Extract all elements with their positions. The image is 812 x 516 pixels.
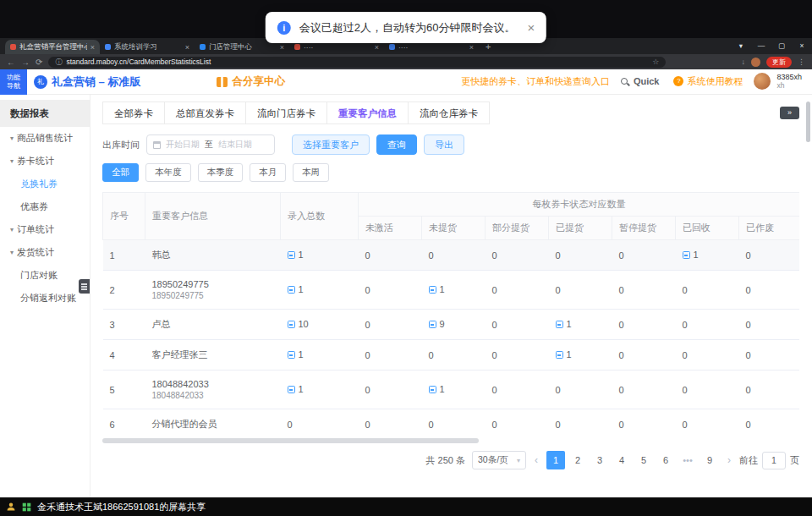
table-row[interactable]: 3卢总100901000: [103, 310, 800, 340]
close-icon[interactable]: ×: [527, 20, 535, 35]
page-button[interactable]: 5: [634, 451, 653, 469]
select-important-customer-button[interactable]: 选择重要客户: [292, 134, 370, 155]
sidebar-item-distribution-rebate-reconciliation[interactable]: 分销返利对账: [0, 287, 90, 310]
goto-page-input[interactable]: [762, 452, 786, 469]
page-button[interactable]: 4: [612, 451, 631, 469]
count-value: 0: [365, 320, 370, 330]
sidebar-item-label: 券卡统计: [17, 155, 54, 167]
sidebar-item-exchange-gift-coupon[interactable]: 兑换礼券: [0, 173, 90, 195]
quick-filter-this-quarter[interactable]: 本季度: [198, 163, 244, 182]
share-center-link[interactable]: 合分享中心: [217, 74, 285, 89]
user-name-block[interactable]: 8385xh xh: [776, 73, 802, 90]
tab-store-flow-cards[interactable]: 流向门店券卡: [245, 102, 327, 124]
window-close-button[interactable]: ×: [792, 38, 812, 54]
sidebar-item-shipping-stats[interactable]: ▾发货统计: [0, 241, 90, 264]
nav-toggle-line1: 功能: [7, 74, 20, 82]
page-button[interactable]: 6: [656, 451, 675, 469]
quick-filter-all[interactable]: 全部: [102, 163, 139, 182]
minimize-button[interactable]: —: [751, 38, 771, 54]
function-nav-button[interactable]: 功能 导航: [0, 69, 27, 95]
tab-favicon-icon: [389, 44, 395, 50]
table-row[interactable]: 1韩总10000010: [103, 240, 800, 271]
quick-filter-this-week[interactable]: 本周: [293, 163, 329, 182]
tab-close-icon[interactable]: ×: [185, 43, 189, 52]
tab-all-cards[interactable]: 全部券卡: [102, 102, 165, 124]
search-icon[interactable]: [621, 78, 628, 85]
page-button[interactable]: 9: [700, 451, 719, 469]
collapse-panel-button[interactable]: »: [780, 107, 799, 119]
count-value: 0: [288, 420, 293, 430]
date-to-label: 至: [205, 139, 213, 151]
count-value: 0: [492, 350, 497, 360]
page-button[interactable]: 1: [546, 451, 565, 469]
count-link[interactable]: 9: [429, 319, 445, 329]
page-button[interactable]: 2: [568, 451, 587, 469]
table-row[interactable]: 4客户经理张三10001000: [103, 340, 800, 371]
card-count-icon: [288, 286, 295, 294]
reload-icon[interactable]: ⟳: [36, 58, 42, 67]
export-button[interactable]: 导出: [424, 134, 464, 155]
count-link[interactable]: 1: [429, 384, 445, 394]
tab-close-icon[interactable]: ×: [91, 43, 95, 52]
next-page-button[interactable]: ›: [726, 454, 732, 466]
count-link[interactable]: 1: [288, 349, 304, 360]
tab-important-customer-info[interactable]: 重要客户信息: [326, 102, 409, 124]
user-avatar[interactable]: [754, 73, 771, 90]
bookmark-star-icon[interactable]: ☆: [652, 58, 659, 66]
tab-close-icon[interactable]: ×: [469, 43, 474, 52]
count-value: 1: [694, 250, 699, 260]
tab-close-icon[interactable]: ×: [375, 43, 379, 52]
page-size-select[interactable]: 30条/页 ▾: [472, 451, 526, 469]
tab-close-icon[interactable]: ×: [280, 43, 284, 52]
count-value: 1: [567, 349, 572, 360]
quick-filter-this-month[interactable]: 本月: [250, 163, 286, 182]
count-value: 0: [429, 250, 434, 261]
forward-icon[interactable]: →: [21, 58, 30, 67]
sidebar-item-store-reconciliation[interactable]: 门店对账: [0, 264, 90, 287]
tutorial-link[interactable]: ? 系统使用教程: [673, 75, 743, 88]
screen: i 会议已超过2人，自动转为60分钟限时会议。 × 礼盒营销平台管理中心×系统培…: [0, 0, 812, 516]
count-link[interactable]: 1: [556, 349, 572, 360]
download-icon[interactable]: ↓: [742, 58, 746, 66]
sidebar-toggle[interactable]: [79, 279, 90, 294]
tab-title: ····: [398, 43, 466, 52]
date-range-picker[interactable]: 开始日期 至 结束日期: [146, 134, 275, 155]
count-link[interactable]: 1: [429, 284, 445, 294]
sidebar-item-card-stats[interactable]: ▾券卡统计: [0, 150, 90, 173]
browser-tab[interactable]: 系统培训学习×: [100, 40, 195, 54]
sidebar-item-coupon[interactable]: 优惠券: [0, 195, 90, 218]
prev-page-button[interactable]: ‹: [533, 454, 540, 466]
site-info-icon[interactable]: ⓘ: [55, 58, 62, 67]
table-row[interactable]: 2189502497751895024977510100000: [103, 271, 800, 310]
update-button[interactable]: 更新: [766, 57, 792, 68]
tab-warehouse-flow-cards[interactable]: 流向仓库券卡: [408, 102, 490, 124]
sidebar-item-goods-sales-stats[interactable]: ▾商品销售统计: [0, 127, 90, 150]
page-button[interactable]: 3: [590, 451, 609, 469]
content-tabs: 全部券卡总部直发券卡流向门店券卡重要客户信息流向仓库券卡: [102, 102, 490, 124]
table-row[interactable]: 6分销代理的会员00000000: [103, 409, 800, 436]
search-button[interactable]: 查询: [376, 134, 417, 155]
count-link[interactable]: 1: [683, 250, 699, 260]
quick-filter-this-year[interactable]: 本年度: [145, 163, 191, 182]
count-link[interactable]: 1: [288, 284, 304, 294]
vertical-scrollbar-thumb[interactable]: [806, 102, 810, 142]
sidebar-item-order-stats[interactable]: ▾订单统计: [0, 218, 90, 241]
horizontal-scrollbar-thumb[interactable]: [102, 438, 479, 443]
quick-search-button[interactable]: Quick: [634, 76, 660, 86]
tab-search-icon[interactable]: ▾: [731, 38, 751, 54]
count-link[interactable]: 10: [288, 319, 309, 329]
quick-filter-row: 全部本年度本季度本月本周: [102, 163, 799, 182]
tab-hq-direct-cards[interactable]: 总部直发券卡: [164, 102, 246, 124]
count-link[interactable]: 1: [288, 250, 304, 260]
address-bar[interactable]: ⓘ standard.maboy.cn/CardMemberStatistics…: [48, 57, 666, 68]
count-link[interactable]: 1: [556, 319, 572, 329]
outbound-time-label: 出库时间: [102, 139, 140, 151]
browser-tab[interactable]: 礼盒营销平台管理中心×: [5, 40, 100, 54]
browser-profile-avatar[interactable]: [751, 58, 760, 67]
maximize-button[interactable]: ▢: [771, 38, 792, 54]
count-link[interactable]: 1: [288, 384, 304, 394]
back-icon[interactable]: ←: [7, 58, 15, 67]
kebab-menu-icon[interactable]: ⋮: [798, 58, 805, 66]
start-date-placeholder: 开始日期: [166, 139, 200, 151]
table-row[interactable]: 5180488420331804884203310100000: [103, 371, 800, 409]
